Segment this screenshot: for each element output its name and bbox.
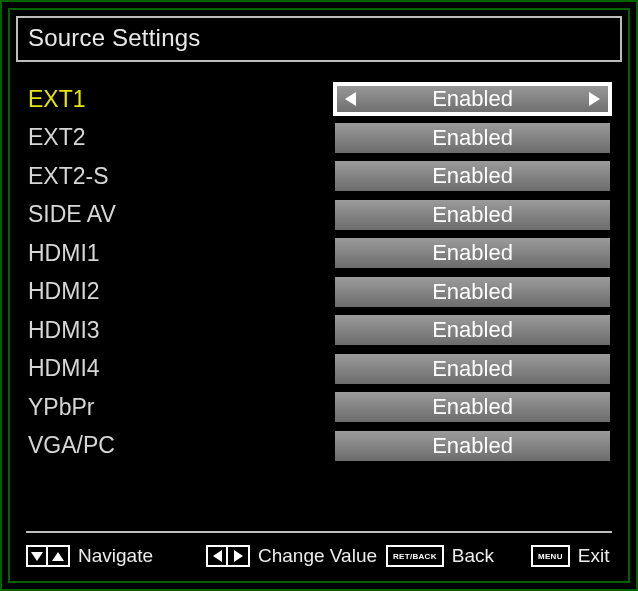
source-value: Enabled [335, 238, 610, 268]
chevron-right-icon[interactable] [589, 92, 600, 106]
source-row[interactable]: YPbPrEnabled [28, 389, 610, 425]
source-value-selector[interactable]: Enabled [335, 315, 610, 345]
source-label: VGA/PC [28, 432, 335, 459]
source-label: HDMI1 [28, 240, 335, 267]
source-value-selector[interactable]: Enabled [335, 354, 610, 384]
hint-navigate: Navigate [26, 545, 206, 567]
source-value-selector[interactable]: Enabled [335, 84, 610, 114]
menu-key-icon: MENU [531, 545, 570, 567]
footer-hints: Navigate Change Value RET/BACK Back MENU… [26, 545, 612, 567]
source-label: EXT2 [28, 124, 335, 151]
source-row[interactable]: HDMI1Enabled [28, 235, 610, 271]
source-label: HDMI3 [28, 317, 335, 344]
page-title: Source Settings [16, 16, 622, 62]
left-right-keys-icon [206, 545, 250, 567]
source-row[interactable]: HDMI3Enabled [28, 312, 610, 348]
hint-back-label: Back [452, 545, 494, 567]
source-value: Enabled [335, 200, 610, 230]
tv-osd-window: Source Settings EXT1EnabledEXT2EnabledEX… [0, 0, 638, 591]
source-value-selector[interactable]: Enabled [335, 123, 610, 153]
source-label: HDMI2 [28, 278, 335, 305]
source-label: EXT1 [28, 86, 335, 113]
source-value-selector[interactable]: Enabled [335, 277, 610, 307]
source-value: Enabled [335, 354, 610, 384]
source-value-selector[interactable]: Enabled [335, 200, 610, 230]
source-value-selector[interactable]: Enabled [335, 238, 610, 268]
source-value-selector[interactable]: Enabled [335, 161, 610, 191]
source-value-selector[interactable]: Enabled [335, 431, 610, 461]
source-row[interactable]: HDMI4Enabled [28, 351, 610, 387]
source-row[interactable]: EXT2Enabled [28, 120, 610, 156]
hint-exit-label: Exit [578, 545, 610, 567]
source-label: HDMI4 [28, 355, 335, 382]
footer-divider [26, 531, 612, 533]
ret-back-key-icon: RET/BACK [386, 545, 444, 567]
source-row[interactable]: SIDE AVEnabled [28, 197, 610, 233]
source-value: Enabled [335, 392, 610, 422]
source-value: Enabled [335, 431, 610, 461]
up-down-keys-icon [26, 545, 70, 567]
source-value: Enabled [335, 161, 610, 191]
source-row[interactable]: EXT1Enabled [28, 81, 610, 117]
source-value: Enabled [335, 123, 610, 153]
source-value: Enabled [335, 315, 610, 345]
source-row[interactable]: EXT2-SEnabled [28, 158, 610, 194]
tv-osd-inner: Source Settings EXT1EnabledEXT2EnabledEX… [8, 8, 630, 583]
source-value: Enabled [335, 84, 610, 114]
hint-navigate-label: Navigate [78, 545, 153, 567]
source-value-selector[interactable]: Enabled [335, 392, 610, 422]
footer: Navigate Change Value RET/BACK Back MENU… [26, 531, 612, 567]
source-row[interactable]: HDMI2Enabled [28, 274, 610, 310]
hint-change-value: Change Value [206, 545, 386, 567]
source-row[interactable]: VGA/PCEnabled [28, 428, 610, 464]
source-label: YPbPr [28, 394, 335, 421]
source-label: EXT2-S [28, 163, 335, 190]
source-list: EXT1EnabledEXT2EnabledEXT2-SEnabledSIDE … [16, 62, 622, 464]
chevron-left-icon[interactable] [345, 92, 356, 106]
hint-change-value-label: Change Value [258, 545, 377, 567]
source-value: Enabled [335, 277, 610, 307]
hint-exit: MENU Exit [531, 545, 612, 567]
source-label: SIDE AV [28, 201, 335, 228]
hint-back: RET/BACK Back [386, 545, 531, 567]
